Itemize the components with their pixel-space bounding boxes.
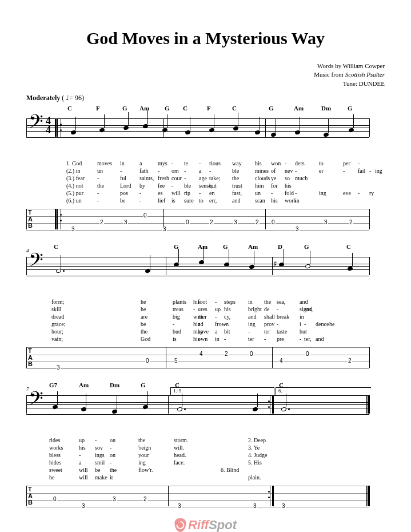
lyric-syllable: are xyxy=(141,313,147,321)
lyric-syllable: moves xyxy=(97,160,112,168)
lyric-syllable: hides xyxy=(49,459,61,467)
lyric-syllable: he xyxy=(141,298,146,306)
chord-symbol: G xyxy=(141,382,146,388)
lyric-syllable: en xyxy=(209,189,214,197)
lyric-line: hidesasmil-ingface.5. His xyxy=(26,459,369,466)
lyric-syllable: in xyxy=(300,313,304,321)
sheet-music-page: God Moves in a Mysterious Way Words by W… xyxy=(0,0,411,532)
lyric-line: 1. Godmovesinamys-te-riouswayhiswon-ders… xyxy=(26,160,369,167)
volta-bracket: 1.-5. xyxy=(170,387,274,395)
lyric-syllable: er xyxy=(319,167,324,175)
lyric-syllable: have xyxy=(198,328,209,336)
lyric-syllable: te xyxy=(184,160,188,168)
lyric-syllable: - xyxy=(158,167,159,175)
time-signature: 44 xyxy=(46,116,51,134)
lyric-syllable: God xyxy=(141,335,150,343)
lyric-syllable: hour; xyxy=(51,328,63,336)
tab-fret-number: 3 xyxy=(112,497,117,502)
lyric-syllable: will xyxy=(79,474,88,482)
lyric-syllable: smil xyxy=(95,459,105,467)
tab-fret-number: 2 xyxy=(255,220,260,225)
staff: 𝄢44 xyxy=(26,113,369,160)
tab-fret-number: 2 xyxy=(209,220,214,225)
lyric-syllable: by xyxy=(139,182,145,190)
lyric-syllable: in xyxy=(120,160,125,168)
lyric-syllable: fold xyxy=(285,189,294,197)
lyric-syllable: - xyxy=(110,459,111,467)
staff: 1.-5.6.7𝄢 xyxy=(26,390,369,436)
lyric-line: skillhetreas-uresuphisbrightde-signs,and xyxy=(26,305,369,313)
lyric-syllable: - xyxy=(285,160,286,168)
lyric-syllable: 1. God xyxy=(66,160,82,168)
volta-bracket: 6. xyxy=(276,387,371,395)
lyric-syllable: and xyxy=(232,197,240,205)
bass-clef-icon: 𝄢 xyxy=(29,390,43,412)
lyric-syllable: ing xyxy=(319,189,326,197)
staff: 4𝄢♯ xyxy=(26,251,369,298)
tab-fret-number: 3 xyxy=(177,503,182,509)
lyric-syllable: fath xyxy=(139,167,149,175)
lyric-syllable: the xyxy=(232,174,239,182)
system-3: G7AmDmGCC1.-5.6.7𝄢ridesup-onthestorm.2. … xyxy=(26,382,385,512)
chord-symbol: Dm xyxy=(321,105,331,112)
lyric-syllable: but xyxy=(209,182,217,190)
lyric-syllable: a xyxy=(199,167,201,175)
chord-symbol: Am xyxy=(198,243,208,250)
lyric-syllable: (5.) pur xyxy=(66,189,83,197)
lyric-syllable: - xyxy=(215,298,217,306)
lyric-syllable: - xyxy=(343,167,345,175)
lyric-syllable: his xyxy=(285,182,292,190)
lyric-syllable: a xyxy=(139,160,142,168)
lyric-syllable: ings xyxy=(95,451,105,459)
lyric-syllable: eve xyxy=(343,189,351,197)
lyric-syllable: be xyxy=(120,197,125,205)
tab-fret-number: 3 xyxy=(295,227,300,232)
song-title: God Moves in a Mysterious Way xyxy=(26,29,385,48)
lyric-syllable: - xyxy=(173,320,174,328)
lyric-syllable: age xyxy=(199,174,207,182)
lyric-syllable: - xyxy=(369,167,371,175)
lyric-syllable: storm. xyxy=(174,436,188,444)
lyric-syllable: foot xyxy=(198,298,207,306)
lyric-syllable: - xyxy=(264,335,266,343)
lyric-syllable: 3. Ye xyxy=(248,444,260,452)
chord-row: CGAmGAmDGC xyxy=(26,243,369,251)
lyric-syllable: un xyxy=(255,189,261,197)
lyric-syllable: dence xyxy=(316,320,329,328)
lyric-syllable: bud xyxy=(173,328,181,336)
lyric-line: (3.) fear-fulsaints,freshcour-agetake;th… xyxy=(26,174,369,182)
lyric-syllable: sea, xyxy=(277,298,285,306)
lyric-syllable: break xyxy=(277,313,289,321)
tab-fret-number: 3 xyxy=(71,227,75,232)
lyric-line: grace;be-hindafrown-ingprov-i-dencehe xyxy=(26,320,369,328)
lyric-syllable: bright xyxy=(248,305,262,313)
tab-fret-number: 2 xyxy=(349,220,353,225)
lyric-syllable: - xyxy=(95,436,97,444)
tab-fret-number: 2 xyxy=(348,358,352,364)
lyric-syllable: 'reign xyxy=(138,444,151,452)
lyric-line: ridesup-onthestorm.2. Deep xyxy=(26,436,369,444)
lyric-line: bless-ingsonyourhead.4. Judge xyxy=(26,451,369,459)
chord-symbol: G xyxy=(304,243,309,250)
lyric-syllable: ing xyxy=(375,167,382,175)
lyric-syllable: big xyxy=(173,313,180,321)
lyric-syllable: - xyxy=(110,444,111,452)
lyric-syllable: err, xyxy=(209,197,217,205)
lyric-syllable: and xyxy=(300,298,308,306)
lyric-line: vain;Godishisownin-ter-pre-ter,and xyxy=(26,335,369,343)
lyric-syllable: fresh xyxy=(158,174,169,182)
lyric-syllable: plain. xyxy=(248,474,261,482)
bass-clef-icon: 𝄢 xyxy=(29,251,43,274)
lyric-syllable: - xyxy=(248,328,250,336)
lyric-syllable: so xyxy=(285,174,290,182)
lyric-syllable: pos xyxy=(120,189,128,197)
lyric-syllable: his xyxy=(255,160,262,168)
lyric-line: hewillmakeitplain. xyxy=(26,474,369,481)
bass-clef-icon: 𝄢 xyxy=(29,113,43,136)
lyric-syllable: won xyxy=(271,160,281,168)
music-systems: CFGAmGCFCGAmDmG𝄢441. Godmovesinamys-te-r… xyxy=(26,105,385,512)
lyric-syllable: will. xyxy=(174,444,184,452)
lyric-syllable: in xyxy=(248,298,253,306)
lyric-syllable: bit xyxy=(224,328,230,336)
lyric-syllable: - xyxy=(97,197,99,205)
